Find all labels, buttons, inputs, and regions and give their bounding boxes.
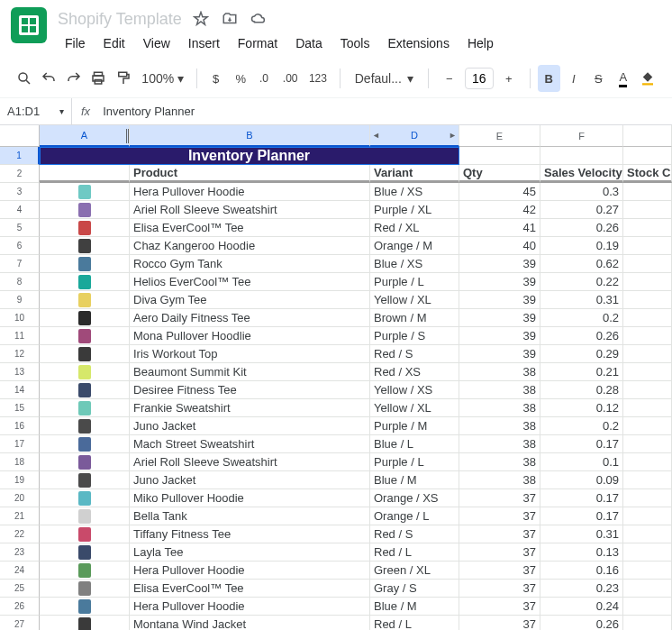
product-thumb[interactable] <box>40 471 130 489</box>
qty[interactable]: 37 <box>459 580 540 598</box>
product-name[interactable]: Hera Pullover Hoodie <box>130 598 370 616</box>
row-header-13[interactable]: 13 <box>0 363 40 381</box>
sheets-logo[interactable] <box>11 7 47 43</box>
header-velocity[interactable]: Sales Velocity <box>540 165 623 183</box>
font-selector[interactable]: Defaul...▾ <box>348 71 421 86</box>
column-header-D[interactable]: D◄► <box>370 125 459 147</box>
product-name[interactable]: Chaz Kangeroo Hoodie <box>130 237 370 255</box>
velocity[interactable]: 0.31 <box>540 291 623 309</box>
product-name[interactable]: Desiree Fitness Tee <box>130 381 370 399</box>
column-header-blank[interactable] <box>623 125 672 147</box>
product-name[interactable]: Miko Pullover Hoodie <box>130 489 370 507</box>
product-thumb[interactable] <box>40 363 130 381</box>
product-name[interactable]: Aero Daily Fitness Tee <box>130 309 370 327</box>
qty[interactable]: 38 <box>459 471 540 489</box>
row-header-19[interactable]: 19 <box>0 471 40 489</box>
product-thumb[interactable] <box>40 291 130 309</box>
cell[interactable] <box>540 147 623 165</box>
product-thumb[interactable] <box>40 525 130 543</box>
product-thumb[interactable] <box>40 562 130 580</box>
row-header-25[interactable]: 25 <box>0 580 40 598</box>
qty[interactable]: 37 <box>459 489 540 507</box>
menu-format[interactable]: Format <box>231 32 285 54</box>
column-header-F[interactable]: F <box>540 125 623 147</box>
column-header-E[interactable]: E <box>459 125 540 147</box>
product-thumb[interactable] <box>40 453 130 471</box>
select-all-corner[interactable] <box>0 125 40 147</box>
column-header-A[interactable]: A <box>40 125 130 147</box>
row-header-8[interactable]: 8 <box>0 273 40 291</box>
product-thumb[interactable] <box>40 616 130 630</box>
menu-data[interactable]: Data <box>288 32 330 54</box>
variant[interactable]: Purple / M <box>370 417 459 435</box>
product-thumb[interactable] <box>40 580 130 598</box>
velocity[interactable]: 0.12 <box>540 399 623 417</box>
row-header-11[interactable]: 11 <box>0 327 40 345</box>
variant[interactable]: Brown / M <box>370 309 459 327</box>
name-box[interactable]: A1:D1▾ <box>0 98 72 124</box>
product-thumb[interactable] <box>40 507 130 525</box>
product-name[interactable]: Hera Pullover Hoodie <box>130 562 370 580</box>
product-thumb[interactable] <box>40 435 130 453</box>
stock[interactable] <box>623 201 672 219</box>
menu-help[interactable]: Help <box>460 32 501 54</box>
more-formats[interactable]: 123 <box>304 65 332 92</box>
strikethrough-button[interactable]: S <box>587 65 610 92</box>
variant[interactable]: Red / S <box>370 345 459 363</box>
variant[interactable]: Red / L <box>370 616 459 630</box>
velocity[interactable]: 0.22 <box>540 273 623 291</box>
stock[interactable] <box>623 183 672 201</box>
stock[interactable] <box>623 598 672 616</box>
cell[interactable] <box>459 147 540 165</box>
row-header-14[interactable]: 14 <box>0 381 40 399</box>
product-thumb[interactable] <box>40 598 130 616</box>
column-header-B[interactable]: B <box>130 125 370 147</box>
product-name[interactable]: Iris Workout Top <box>130 345 370 363</box>
qty[interactable]: 40 <box>459 237 540 255</box>
product-thumb[interactable] <box>40 309 130 327</box>
expand-right-icon[interactable]: ► <box>449 131 457 140</box>
velocity[interactable]: 0.21 <box>540 363 623 381</box>
product-thumb[interactable] <box>40 399 130 417</box>
redo-icon[interactable] <box>62 65 85 92</box>
variant[interactable]: Blue / M <box>370 598 459 616</box>
stock[interactable] <box>623 273 672 291</box>
variant[interactable]: Red / XS <box>370 363 459 381</box>
variant[interactable]: Yellow / XL <box>370 399 459 417</box>
product-thumb[interactable] <box>40 255 130 273</box>
qty[interactable]: 39 <box>459 327 540 345</box>
qty[interactable]: 38 <box>459 363 540 381</box>
qty[interactable]: 38 <box>459 381 540 399</box>
variant[interactable]: Blue / XS <box>370 183 459 201</box>
variant[interactable]: Purple / L <box>370 273 459 291</box>
variant[interactable]: Blue / XS <box>370 255 459 273</box>
qty[interactable]: 37 <box>459 616 540 630</box>
qty[interactable]: 37 <box>459 598 540 616</box>
product-thumb[interactable] <box>40 417 130 435</box>
velocity[interactable]: 0.31 <box>540 525 623 543</box>
product-name[interactable]: Ariel Roll Sleeve Sweatshirt <box>130 201 370 219</box>
variant[interactable]: Yellow / XL <box>370 291 459 309</box>
cell[interactable] <box>623 147 672 165</box>
product-thumb[interactable] <box>40 543 130 562</box>
velocity[interactable]: 0.1 <box>540 453 623 471</box>
qty[interactable]: 39 <box>459 291 540 309</box>
row-header-4[interactable]: 4 <box>0 201 40 219</box>
menu-insert[interactable]: Insert <box>181 32 227 54</box>
stock[interactable] <box>623 417 672 435</box>
stock[interactable] <box>623 616 672 630</box>
variant[interactable]: Red / XL <box>370 219 459 237</box>
row-header-23[interactable]: 23 <box>0 543 40 562</box>
product-thumb[interactable] <box>40 237 130 255</box>
undo-icon[interactable] <box>37 65 59 92</box>
print-icon[interactable] <box>86 65 109 92</box>
row-header-21[interactable]: 21 <box>0 507 40 525</box>
row-header-10[interactable]: 10 <box>0 309 40 327</box>
product-name[interactable]: Elisa EverCool™ Tee <box>130 580 370 598</box>
zoom-selector[interactable]: 100%▾ <box>136 71 189 86</box>
qty[interactable]: 37 <box>459 543 540 562</box>
qty[interactable]: 41 <box>459 219 540 237</box>
velocity[interactable]: 0.28 <box>540 381 623 399</box>
product-name[interactable]: Beaumont Summit Kit <box>130 363 370 381</box>
product-name[interactable]: Mona Pullover Hoodlie <box>130 327 370 345</box>
